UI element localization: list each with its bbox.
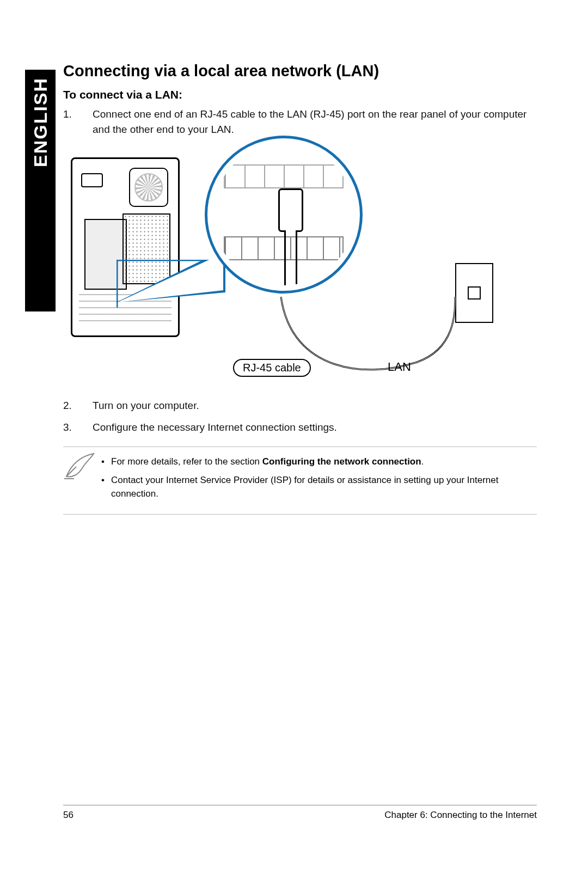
instruction-list-cont: Turn on your computer. Configure the nec… [63, 398, 537, 435]
step-1: Connect one end of an RJ-45 cable to the… [63, 107, 537, 137]
page-number: 56 [63, 810, 74, 821]
wall-jack-icon [455, 263, 493, 323]
computer-tower-icon [71, 157, 180, 337]
step-2: Turn on your computer. [63, 398, 537, 413]
chapter-label: Chapter 6: Connecting to the Internet [384, 810, 537, 821]
zoom-callout-inner [213, 144, 354, 285]
connection-diagram: RJ-45 cable LAN [63, 144, 537, 384]
lan-label: LAN [388, 360, 411, 374]
svg-marker-1 [118, 260, 223, 302]
note-box: For more details, refer to the section C… [63, 447, 537, 515]
note-1-bold: Configuring the network connection [262, 456, 421, 467]
callout-leader-line [117, 260, 231, 308]
page-footer: 56 Chapter 6: Connecting to the Internet [63, 805, 537, 821]
rj45-plug-icon [278, 188, 303, 232]
note-1-suffix: . [421, 456, 424, 467]
fan-icon [129, 168, 168, 207]
step-3: Configure the necessary Internet connect… [63, 420, 537, 435]
instruction-list: Connect one end of an RJ-45 cable to the… [63, 107, 537, 137]
note-item-1: For more details, refer to the section C… [101, 455, 532, 469]
note-1-prefix: For more details, refer to the section [111, 456, 262, 467]
language-side-tab: ENGLISH [25, 70, 56, 311]
subsection-heading: To connect via a LAN: [63, 88, 537, 101]
note-item-2: Contact your Internet Service Provider (… [101, 473, 532, 501]
zoom-callout [205, 136, 363, 294]
main-content: Connecting via a local area network (LAN… [63, 61, 537, 515]
cable-label: RJ-45 cable [233, 359, 311, 377]
section-heading: Connecting via a local area network (LAN… [63, 61, 537, 81]
av-ports-icon [224, 236, 344, 260]
usb-ports-icon [224, 164, 344, 188]
note-pen-icon [63, 453, 96, 480]
power-socket-icon [81, 173, 103, 187]
